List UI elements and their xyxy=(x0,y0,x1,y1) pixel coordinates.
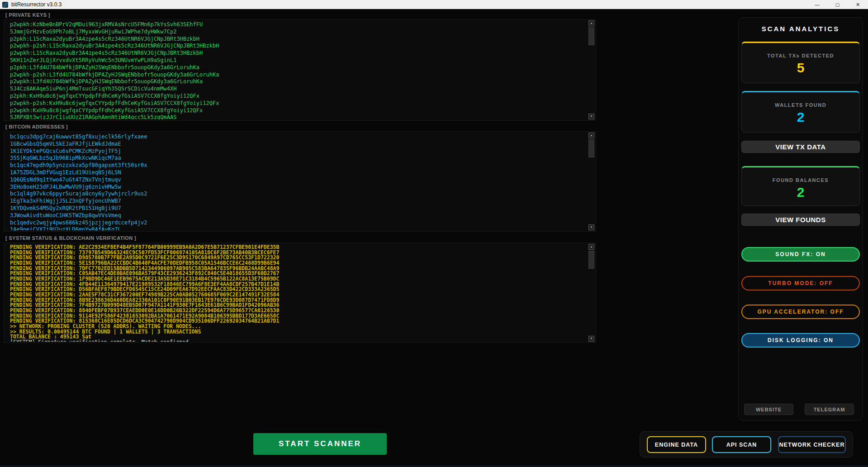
wallets-found-label: WALLETS FOUND xyxy=(742,102,859,108)
total-txs-value: 5 xyxy=(742,61,859,75)
window-controls: — ▢ ✕ xyxy=(807,0,868,9)
scrollbar-thumb[interactable] xyxy=(588,251,594,269)
app-icon xyxy=(2,2,8,8)
gpu-accelerator-toggle[interactable]: GPU ACCELERATOR: OFF xyxy=(741,305,860,319)
wallets-found-value: 2 xyxy=(742,110,859,124)
total-txs-card: TOTAL TXs DETECTED 5 xyxy=(741,42,860,83)
bitcoin-address-line: 3EHo8oeH23dFJ4LBwMwVU9jg6znivHMw5w xyxy=(10,184,584,191)
private-key-line: p2wpkh:KzNbeBnBPrV2qMDui963jxRMVAsNrcU5F… xyxy=(10,21,584,29)
scrollbar-thumb[interactable] xyxy=(588,139,594,157)
private-key-line: 5J4Cz8AK4qe5iuP6nj4MmTsucGFiqYh35QSrSCDi… xyxy=(10,86,584,93)
bitcoin-address-line: 3JWowAivdtuWooC1HK5TWZbp8qwVVsVmeq xyxy=(10,212,584,219)
turbo-mode-toggle[interactable]: TURBO MODE: OFF xyxy=(741,276,860,291)
scroll-up-icon[interactable]: ▲ xyxy=(588,244,594,250)
wallets-found-card: WALLETS FOUND 2 xyxy=(741,91,860,133)
addresses-label: [ BITCOIN ADDRESSES ] xyxy=(5,124,68,129)
bitcoin-address-line: 1KYDQvmkS4MSQy2xRQR2tPB151HgBji9U7 xyxy=(10,205,584,212)
window-bottom-edge xyxy=(0,465,868,467)
private-key-line: p2pkh:KxH9u8c6jwgfqxCYYpdpfFdhCeKyfGsiAS… xyxy=(10,93,584,100)
bitcoin-address-line: 1Ae9oeiCVX7j9U2uzXLD6mnYw8AfAvKq7L xyxy=(10,226,584,230)
private-key-line: p2wpkh:L1ScRaxa2dyuBr3A4zpe4s5cRz346UtNR… xyxy=(10,50,584,57)
bitcoin-address-line: 1K1EYDktePGQcsCu6sPCMKZcMzPyojTF5j xyxy=(10,148,584,155)
scan-analytics-title: SCAN ANALYTICS xyxy=(739,25,863,33)
bitcoin-address-line: bc1qc47epdh9p5ynzzxkza5pf80gapsmt3ft50sr… xyxy=(10,162,584,169)
disk-logging-toggle[interactable]: DISK LOGGING: ON xyxy=(741,333,860,348)
private-key-line: 5KH11nZerJLQjXrvxdvXt5RRyVuhWc5n3UNUvmYw… xyxy=(10,57,584,64)
total-txs-label: TOTAL TXs DETECTED xyxy=(742,53,859,58)
private-keys-label: [ PRIVATE KEYS ] xyxy=(5,12,50,18)
private-key-line: p2wpkh:KxH9u8c6jwgfqxCYYpdpfFdhCeKyfGsiA… xyxy=(10,107,584,114)
console-line: >> RESULTS: 0.00495144 BTC FOUND | 1 WAL… xyxy=(10,329,584,335)
api-scan-button[interactable]: API SCAN xyxy=(712,436,771,453)
scroll-down-icon[interactable]: ▼ xyxy=(588,224,594,230)
private-key-line: p2wpkh-p2sh:KxH9u8c6jwgfqxCYYpdpfFdhCeKy… xyxy=(10,100,584,107)
sound-fx-toggle[interactable]: SOUND FX: ON xyxy=(741,247,860,262)
scroll-up-icon[interactable]: ▲ xyxy=(588,20,594,26)
private-key-line: p2wpkh-p2sh:L1ScRaxa2dyuBr3A4zpe4s5cRz34… xyxy=(10,43,584,50)
addresses-list: bc1qcu3dpg7caj6uwwvt85gf8xujeclk56rlyfxa… xyxy=(10,133,584,230)
found-balances-label: FOUND BALANCES xyxy=(742,177,859,183)
minimize-button[interactable]: — xyxy=(807,0,827,9)
addresses-box[interactable]: bc1qcu3dpg7caj6uwwvt85gf8xujeclk56rlyfxa… xyxy=(4,131,596,232)
window-title: bitResurrector v3.0.3 xyxy=(11,1,62,8)
bitcoin-address-line: bc1qedvc2wqjy4pws686kz45jpzjjegrdccefp4j… xyxy=(10,219,584,227)
console-scrollbar[interactable]: ▲ ▼ xyxy=(588,244,594,342)
console-final-line: [SYSTEM] Signature verification complete… xyxy=(10,340,584,342)
private-keys-scrollbar[interactable]: ▲ ▼ xyxy=(588,20,594,119)
bitcoin-address-line: 1A75ZDGL3mDfVGug1EzLd19UieqBSj6LSN xyxy=(10,169,584,176)
system-status-box[interactable]: PENDING VERIFICATION: AE2C2934EF8EF4B4F5… xyxy=(4,243,596,343)
view-tx-data-button[interactable]: VIEW TX DATA xyxy=(741,141,860,153)
telegram-button[interactable]: TELEGRAM xyxy=(805,404,854,415)
bitcoin-address-line: 35SjKqGWLbz5qJb96BipMkXcwNKiqcM7aa xyxy=(10,155,584,162)
bitcoin-address-line: 1EgTka3xFhiWgjjJ5LZ3nQFfyjoncUhWB7 xyxy=(10,198,584,205)
scroll-down-icon[interactable]: ▼ xyxy=(588,114,594,119)
scroll-up-icon[interactable]: ▲ xyxy=(588,133,594,138)
maximize-button[interactable]: ▢ xyxy=(827,0,848,9)
private-key-line: p2wpkh-p2sh:L3fd4U784bWfkjDPAZyHJSWqENbb… xyxy=(10,71,584,79)
close-button[interactable]: ✕ xyxy=(848,0,868,9)
engine-data-button[interactable]: ENGINE DATA xyxy=(647,436,706,453)
bitcoin-address-line: 1GBcwGbsQ5qmVLSkEJaFRJfjLEWkdJdmaE xyxy=(10,141,584,148)
bitcoin-address-line: bc1qcu3dpg7caj6uwwvt85gf8xujeclk56rlyfxa… xyxy=(10,133,584,141)
network-checker-button[interactable]: NETWORK CHECKER xyxy=(778,436,846,453)
bitcoin-address-line: bc1ql4g97vkc6ppyr5uraja8cny6y7ywhjrclr9u… xyxy=(10,191,584,198)
found-balances-value: 2 xyxy=(742,186,859,199)
app-window: bitResurrector v3.0.3 — ▢ ✕ [ PRIVATE KE… xyxy=(0,0,868,467)
system-status-label: [ SYSTEM STATUS & BLOCKCHAIN VERIFICATIO… xyxy=(5,235,136,241)
private-keys-list: p2wpkh:KzNbeBnBPrV2qMDui963jxRMVAsNrcU5F… xyxy=(10,21,584,119)
footer-dock: ENGINE DATA API SCAN NETWORK CHECKER xyxy=(640,431,853,457)
private-key-line: 5JmmjGrHzvEoG9Ph7oBLj7MyxxWvGHjuRwiJWPhe… xyxy=(10,29,584,36)
found-balances-card: FOUND BALANCES 2 xyxy=(741,166,860,206)
private-key-line: 5JRPXBt3wjzJJrC1iuUUzZ1RAGphAmnNtiWd4gcc… xyxy=(10,114,584,119)
bitcoin-address-line: 1Q6QEsNd9q1tYwo47uGt4TZNxTVnjtmuqv xyxy=(10,176,584,184)
scroll-down-icon[interactable]: ▼ xyxy=(588,336,594,342)
start-scanner-button[interactable]: START SCANNER xyxy=(253,433,387,455)
private-key-line: p2pkh:L1ScRaxa2dyuBr3A4zpe4s5cRz346UtNR6… xyxy=(10,36,584,43)
private-key-line: p2pkh:L3fd4U784bWfkjDPAZyHJSWqENbbofr5ou… xyxy=(10,64,584,71)
scan-analytics-panel: SCAN ANALYTICS TOTAL TXs DETECTED 5 WALL… xyxy=(738,17,863,421)
website-button[interactable]: WEBSITE xyxy=(744,404,793,415)
addresses-scrollbar[interactable]: ▲ ▼ xyxy=(588,133,594,230)
private-keys-box[interactable]: p2wpkh:KzNbeBnBPrV2qMDui963jxRMVAsNrcU5F… xyxy=(4,19,596,121)
scrollbar-thumb[interactable] xyxy=(588,27,594,45)
private-key-line: p2wpkh:L3fd4U784bWfkjDPAZyHJSWqENbbofr5o… xyxy=(10,78,584,86)
titlebar: bitResurrector v3.0.3 — ▢ ✕ xyxy=(0,0,868,9)
console-output: PENDING VERIFICATION: AE2C2934EF8EF4B4F5… xyxy=(10,245,584,342)
view-founds-button[interactable]: VIEW FOUNDS xyxy=(741,214,860,226)
